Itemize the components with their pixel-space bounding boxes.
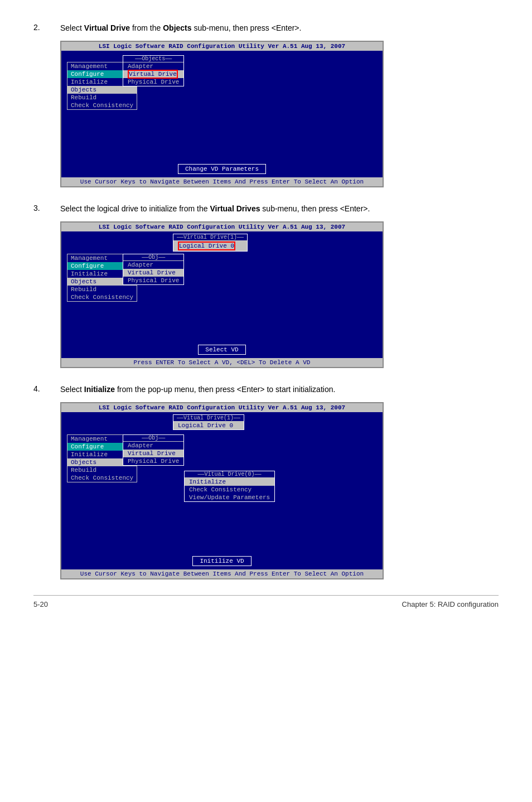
- bios-body-2: ——Virtual Drive(1)—— Logical Drive 0 Man…: [61, 231, 383, 340]
- step-4-number: 4.: [33, 384, 60, 393]
- vd-popup-2: ——Virtual Drive(1)—— Logical Drive 0: [173, 234, 248, 252]
- menu-item-checkconsistency-2: Check Consistency: [67, 293, 137, 301]
- step-3-number: 3.: [33, 203, 60, 212]
- step-3-text: Select the logical drive to initialize f…: [60, 203, 499, 215]
- step-2-number: 2.: [33, 22, 60, 32]
- bios-action-3: Initilize VD: [61, 556, 383, 566]
- bios-status-2: Press ENTER To Select A VD, <DEL> To Del…: [61, 358, 383, 367]
- vd-popup-title-2: ——Virtual Drive(1)——: [173, 234, 247, 241]
- menu-item-checkconsistency-1: Check Consistency: [67, 102, 137, 109]
- bios-status-1: Use Cursor Keys to Navigate Between Item…: [61, 177, 383, 186]
- bios-action-2: Select VD: [61, 345, 383, 355]
- objects-popup-1: ——Objects—— Adapter Virtual Drive Physic…: [123, 55, 184, 86]
- step-3: 3. Select the logical drive to initializ…: [33, 203, 499, 368]
- bios-action-1: Change VD Parameters: [61, 164, 383, 174]
- objects-item-physicaldrive-1: Physical Drive: [123, 78, 183, 86]
- step-2: 2. Select Virtual Drive from the Objects…: [33, 22, 499, 187]
- objects-item-adapter-1: Adapter: [123, 62, 183, 70]
- objects-item-virtualdrive-1: Virtual Drive: [123, 70, 183, 78]
- objects-popup-title-3: ——Obj——: [123, 435, 183, 442]
- bios-title-1: LSI Logic Software RAID Configuration Ut…: [61, 42, 383, 51]
- vd0-item-viewupdate-3: View/Update Parameters: [185, 494, 274, 501]
- objects-item-physicaldrive-3: Physical Drive: [123, 457, 183, 465]
- bios-screen-3: LSI Logic Software RAID Configuration Ut…: [60, 402, 384, 579]
- vd-item-logicaldrive0-2: Logical Drive 0: [173, 241, 247, 251]
- objects-item-physicaldrive-2: Physical Drive: [123, 277, 183, 284]
- vd0-item-initialize-3: Initialize: [185, 478, 274, 486]
- bios-screen-1: LSI Logic Software RAID Configuration Ut…: [60, 41, 384, 187]
- vd0-popup-title-3: ——Vitual Drive(0)——: [185, 471, 274, 478]
- objects-item-virtualdrive-3: Virtual Drive: [123, 450, 183, 457]
- step-2-content: Select Virtual Drive from the Objects su…: [60, 22, 499, 187]
- step-3-content: Select the logical drive to initialize f…: [60, 203, 499, 368]
- bios-status-3: Use Cursor Keys to Navigate Between Item…: [61, 569, 383, 578]
- step-4-content: Select Initialize from the pop-up menu, …: [60, 384, 499, 579]
- bios-screen-2: LSI Logic Software RAID Configuration Ut…: [60, 221, 384, 368]
- vd0-popup-3: ——Vitual Drive(0)—— Initialize Check Con…: [184, 471, 275, 502]
- step-4-text: Select Initialize from the pop-up menu, …: [60, 384, 499, 395]
- vd0-item-checkconsistency-3: Check Consistency: [185, 486, 274, 494]
- vd-popup-3: ——Vitual Drive(1)—— Logical Drive 0: [173, 414, 244, 430]
- objects-item-virtualdrive-2: Virtual Drive: [123, 269, 183, 277]
- footer: 5-20 Chapter 5: RAID configuration: [33, 595, 499, 608]
- objects-popup-title-1: ——Objects——: [123, 56, 183, 62]
- bios-title-3: LSI Logic Software RAID Configuration Ut…: [61, 403, 383, 412]
- step-4: 4. Select Initialize from the pop-up men…: [33, 384, 499, 579]
- bios-action-btn-1: Change VD Parameters: [178, 164, 266, 174]
- menu-item-checkconsistency-3: Check Consistency: [67, 474, 137, 482]
- objects-popup-3: ——Obj—— Adapter Virtual Drive Physical D…: [123, 434, 184, 466]
- menu-item-rebuild-2: Rebuild: [67, 286, 137, 293]
- objects-item-adapter-3: Adapter: [123, 442, 183, 450]
- bios-title-2: LSI Logic Software RAID Configuration Ut…: [61, 223, 383, 231]
- objects-popup-2: ——Obj—— Adapter Virtual Drive Physical D…: [123, 254, 184, 285]
- menu-item-rebuild-1: Rebuild: [67, 94, 137, 102]
- vd-item-logicaldrive0-3: Logical Drive 0: [173, 422, 244, 429]
- menu-item-rebuild-3: Rebuild: [67, 466, 137, 474]
- footer-left: 5-20: [33, 600, 48, 608]
- bios-body-1: Management Configure Initialize Objects …: [61, 51, 383, 160]
- step-2-text: Select Virtual Drive from the Objects su…: [60, 22, 499, 34]
- vd-popup-title-3: ——Vitual Drive(1)——: [173, 415, 244, 422]
- bios-action-btn-3: Initilize VD: [192, 556, 251, 566]
- objects-item-adapter-2: Adapter: [123, 261, 183, 269]
- bios-body-3: ——Vitual Drive(1)—— Logical Drive 0 Mana…: [61, 412, 383, 552]
- bios-action-btn-2: Select VD: [198, 345, 245, 355]
- menu-item-objects-1: Objects: [67, 86, 137, 94]
- objects-popup-title-2: ——Obj——: [123, 254, 183, 261]
- page: 2. Select Virtual Drive from the Objects…: [0, 0, 532, 631]
- footer-right: Chapter 5: RAID configuration: [402, 600, 499, 608]
